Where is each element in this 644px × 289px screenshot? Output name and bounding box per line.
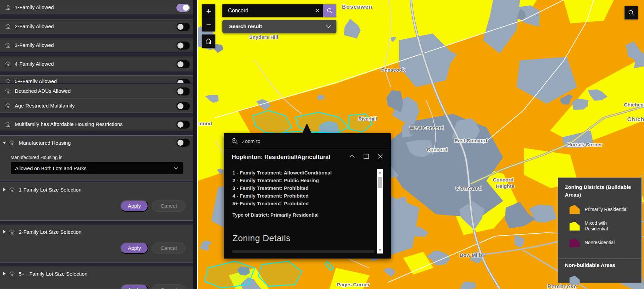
- layer-row-3-family-allowed[interactable]: 3-Family Allowed: [0, 38, 193, 52]
- map-label-heights: Heights: [496, 183, 514, 189]
- legend-swatch: [570, 238, 580, 247]
- toggle-knob: [183, 5, 189, 11]
- cancel-button[interactable]: Cancel: [152, 284, 186, 289]
- search-input[interactable]: [222, 8, 312, 14]
- map-canvas[interactable]: BoscawenWebsterSnyders HillPenacookRiver…: [198, 0, 644, 289]
- toggle-knob: [177, 140, 183, 146]
- house-icon: [5, 88, 11, 94]
- layer-row-detached-adus-allowed[interactable]: Detached ADUs Allowed: [0, 84, 193, 98]
- layer-toggle[interactable]: [176, 87, 190, 95]
- layer-row-age-restricted-multifamily[interactable]: Age Restricted Multifamily: [0, 98, 193, 113]
- popup-horizontal-scrollbar[interactable]: [232, 250, 375, 253]
- map-label-east-concord: East Concord: [454, 138, 487, 143]
- map-label-pages-corner: Pages Corner: [337, 282, 370, 287]
- manufactured-housing-select[interactable]: Allowed on Both Lots and Parks: [10, 162, 183, 174]
- expand-caret-icon[interactable]: [0, 230, 9, 233]
- legend-panel: Zoning Districts (Buildable Areas) Prima…: [558, 177, 642, 283]
- legend-label: Nonresidential: [585, 240, 615, 245]
- layer-toggle[interactable]: [176, 4, 190, 12]
- popup-title-row: Hopkinton: Residential/Agricultural: [224, 149, 391, 165]
- layer-row-1-family-allowed[interactable]: 1-Family Allowed: [0, 0, 193, 14]
- toggle-knob: [177, 61, 183, 67]
- apply-button[interactable]: Apply: [120, 200, 148, 212]
- expand-caret-icon[interactable]: [0, 272, 9, 275]
- section-label: 2-Family Lot Size Selection: [19, 229, 82, 235]
- map-search-button[interactable]: [625, 6, 638, 19]
- legend-item-nonresidential: Nonresidential: [570, 238, 635, 247]
- toggle-knob: [177, 88, 183, 94]
- house-icon: [5, 78, 11, 83]
- scroll-down-arrow-icon[interactable]: [379, 249, 381, 251]
- expand-caret-icon[interactable]: [0, 188, 9, 191]
- apply-button[interactable]: Apply: [120, 242, 148, 254]
- cancel-button[interactable]: Cancel: [152, 200, 186, 212]
- manufactured-housing-row[interactable]: Manufactured Housing: [0, 136, 193, 150]
- map-label-chichester: Chichester: [624, 102, 644, 107]
- layer-toggle[interactable]: [176, 60, 190, 68]
- expand-caret-icon[interactable]: [0, 142, 9, 144]
- layer-toggle[interactable]: [176, 121, 190, 129]
- zoom-out-button[interactable]: −: [202, 18, 215, 31]
- layer-label: Detached ADUs Allowed: [15, 88, 71, 94]
- map-label-concord: Concord: [455, 185, 482, 192]
- non-buildable-swatch: [570, 276, 580, 285]
- toggle-knob: [177, 103, 183, 109]
- popup-action-bar[interactable]: Zoom to: [224, 133, 391, 149]
- zoom-in-button[interactable]: +: [202, 4, 215, 18]
- map-label-dimond: Dimond: [198, 121, 212, 126]
- manufactured-housing-sublabel: Manufactured Housing is: [10, 155, 62, 160]
- zoom-to-label: Zoom to: [242, 138, 260, 144]
- map-label-penacook: Penacook: [381, 67, 406, 73]
- apply-button[interactable]: Apply: [120, 284, 148, 289]
- layer-row-2-family-allowed[interactable]: 2-Family Allowed: [0, 19, 193, 33]
- zoom-controls: + −: [202, 4, 215, 31]
- layer-label: 2-Family Allowed: [15, 23, 54, 29]
- layer-toggle[interactable]: [176, 102, 190, 110]
- popup-title: Hopkinton: Residential/Agricultural: [232, 154, 330, 161]
- section-header[interactable]: 5+ - Family Lot Size Selection: [0, 267, 193, 280]
- layer-toggle[interactable]: [176, 79, 190, 83]
- collapse-icon[interactable]: [349, 153, 355, 159]
- search-submit-button[interactable]: [323, 4, 336, 17]
- home-icon: [205, 38, 212, 45]
- layer-label: 4-Family Allowed: [15, 61, 54, 67]
- search-icon: [326, 7, 333, 14]
- layer-row-multifamily-has-affordable-housing-restrictions[interactable]: Multifamily has Affordable Housing Restr…: [0, 117, 193, 131]
- scrollbar-thumb[interactable]: [378, 177, 382, 188]
- section-label: 5+ - Family Lot Size Selection: [19, 271, 88, 277]
- legend-items: Primarily ResidentialMixed withResidenti…: [565, 205, 635, 247]
- house-icon: [5, 23, 11, 29]
- sidebar-scrollbar[interactable]: [193, 0, 197, 289]
- layer-toggle[interactable]: [176, 139, 190, 147]
- section-header[interactable]: 2-Family Lot Size Selection: [0, 225, 193, 238]
- layer-label: 1-Family Allowed: [15, 4, 54, 10]
- zoom-to-icon: [231, 138, 238, 145]
- feature-popup: Zoom to Hopkinton: Residential/Agricultu…: [224, 133, 391, 259]
- popup-vertical-scrollbar[interactable]: [377, 169, 383, 254]
- cancel-button[interactable]: Cancel: [152, 242, 186, 254]
- scroll-up-arrow-icon[interactable]: [379, 171, 381, 173]
- layer-toggle[interactable]: [176, 42, 190, 50]
- map-label-horses-corner: Horses Corner: [567, 142, 602, 147]
- section-header[interactable]: 1-Family Lot Size Selection: [0, 183, 193, 196]
- layer-row-4-family-allowed[interactable]: 4-Family Allowed: [0, 57, 193, 71]
- house-icon: [9, 187, 15, 193]
- layer-toggle[interactable]: [176, 23, 190, 31]
- layer-row-5-family-allowed[interactable]: 5+-Family Allowed: [0, 75, 193, 83]
- close-icon[interactable]: [377, 153, 383, 159]
- layers-sidebar: 1-Family Allowed2-Family Allowed3-Family…: [0, 0, 193, 289]
- manufactured-housing-panel: Manufactured HousingManufactured Housing…: [0, 135, 193, 180]
- search-result-dropdown[interactable]: Search result: [222, 20, 336, 33]
- dock-icon[interactable]: [363, 153, 369, 159]
- clear-search-icon[interactable]: ✕: [312, 7, 323, 14]
- attribute-line: 5+-Family Treatment: Prohibited: [232, 201, 373, 206]
- chevron-down-icon: [174, 167, 178, 169]
- section-5-family-lot-size-selection: 5+ - Family Lot Size SelectionApplyCance…: [0, 267, 193, 289]
- layer-label: 3-Family Allowed: [15, 42, 54, 48]
- map-label-bow-mills: Bow Mills: [460, 252, 483, 258]
- toggle-knob: [177, 122, 183, 128]
- map-label-boscawen: Boscawen: [342, 4, 372, 10]
- toggle-knob: [177, 43, 183, 49]
- home-button[interactable]: [202, 34, 215, 48]
- layer-label: Multifamily has Affordable Housing Restr…: [15, 121, 123, 127]
